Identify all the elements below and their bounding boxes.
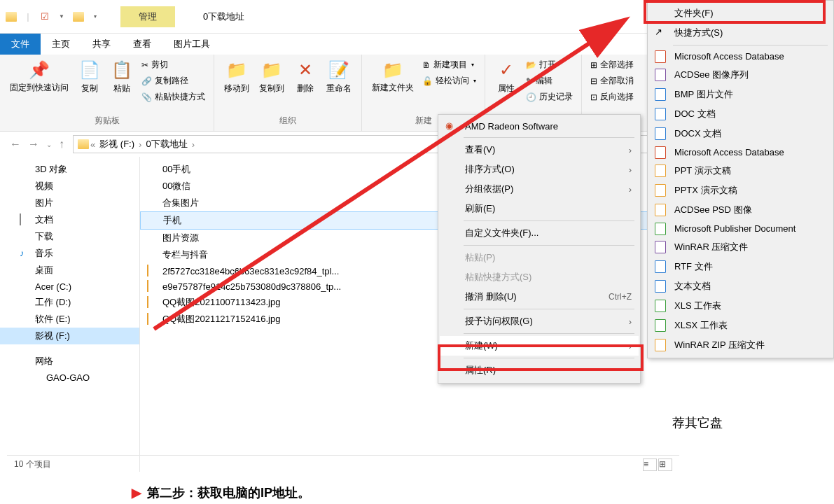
- paste-shortcut-button[interactable]: 📎粘贴快捷方式: [139, 90, 208, 104]
- ctx-grant-access[interactable]: 授予访问权限(G)›: [440, 312, 639, 331]
- sub-item[interactable]: XLSX 工作表: [649, 316, 832, 335]
- ctx-refresh[interactable]: 刷新(E): [440, 199, 639, 218]
- nav-label: 下载: [35, 230, 53, 243]
- contextual-tab-manage[interactable]: 管理: [120, 6, 175, 27]
- qat-dropdown-icon[interactable]: ▼: [55, 10, 69, 24]
- selall-icon: ⊞: [590, 60, 597, 70]
- sub-item[interactable]: 文本文档: [649, 276, 832, 296]
- ctx-sort[interactable]: 排序方式(O)›: [440, 160, 639, 179]
- sub-item[interactable]: RTF 文件: [649, 257, 832, 276]
- newfolder-icon: 📁: [382, 60, 403, 80]
- delete-button[interactable]: ✕删除: [290, 57, 321, 97]
- pin-button[interactable]: 📌 固定到快速访问: [6, 57, 73, 95]
- nav-item[interactable]: 网络: [0, 353, 139, 370]
- filetype-icon: [655, 164, 667, 177]
- sub-item[interactable]: WinRAR ZIP 压缩文件: [649, 335, 832, 355]
- move-to-button[interactable]: 📁移动到: [220, 57, 253, 97]
- properties-button[interactable]: ✓属性: [491, 57, 522, 97]
- sub-item[interactable]: BMP 图片文件: [649, 85, 832, 104]
- folder-icon: [147, 232, 158, 244]
- sub-item[interactable]: Microsoft Access Database: [649, 48, 832, 65]
- edit-button[interactable]: ✎编辑: [523, 74, 576, 88]
- sub-item[interactable]: WinRAR 压缩文件: [649, 237, 832, 257]
- copy-to-button[interactable]: 📁复制到: [255, 57, 289, 97]
- nav-item[interactable]: 图片: [0, 195, 139, 211]
- tab-picture-tools[interactable]: 图片工具: [162, 34, 221, 55]
- tab-home[interactable]: 主页: [41, 34, 81, 55]
- select-all-button[interactable]: ⊞全部选择: [588, 57, 637, 72]
- tab-view[interactable]: 查看: [122, 34, 162, 55]
- nav-item[interactable]: ♪音乐: [0, 245, 139, 262]
- rename-button[interactable]: 📝重命名: [322, 57, 356, 97]
- nav-item[interactable]: 视频: [0, 178, 139, 195]
- nav-label: GAO-GAO: [46, 372, 90, 383]
- filetype-icon: [655, 300, 667, 312]
- paste-button[interactable]: 📋 粘贴: [106, 57, 137, 97]
- open-button[interactable]: 📂打开: [523, 57, 576, 72]
- folder-icon: [78, 139, 89, 149]
- nav-item[interactable]: 桌面: [0, 262, 139, 279]
- icons-view-button[interactable]: ⊞: [658, 458, 672, 471]
- sub-shortcut[interactable]: ↗快捷方式(S): [649, 23, 832, 43]
- open-icon: 📂: [526, 60, 536, 70]
- sub-item[interactable]: PPT 演示文稿: [649, 161, 832, 181]
- nav-item[interactable]: 3D 对象: [0, 161, 139, 178]
- sub-item[interactable]: ACDSee 图像序列: [649, 65, 832, 85]
- edit-icon: ✎: [526, 76, 533, 86]
- ctx-group[interactable]: 分组依据(P)›: [440, 179, 639, 199]
- back-button[interactable]: ←: [10, 138, 21, 150]
- crumb-drive[interactable]: 影视 (F:): [97, 138, 137, 150]
- copyto-icon: 📁: [261, 60, 282, 80]
- ctx-properties[interactable]: 属性(R): [440, 360, 639, 380]
- ctx-customize[interactable]: 自定义文件夹(F)...: [440, 223, 639, 243]
- sub-item[interactable]: DOC 文档: [649, 104, 832, 124]
- easy-access-button[interactable]: 🔓轻松访问▾: [419, 74, 479, 88]
- nav-label: 音乐: [35, 247, 53, 260]
- check-icon[interactable]: ☑: [38, 10, 52, 24]
- new-folder-button[interactable]: 📁新建文件夹: [368, 57, 418, 95]
- copy-path-button[interactable]: 🔗复制路径: [139, 74, 208, 88]
- sub-item-label: ACDSee 图像序列: [674, 69, 749, 81]
- crumb-folder[interactable]: 0下载地址: [143, 138, 190, 150]
- ctx-view[interactable]: 查看(V)›: [440, 140, 639, 160]
- ctx-new[interactable]: 新建(W)›: [440, 336, 639, 356]
- qat-dropdown-icon[interactable]: ▾: [88, 10, 102, 24]
- copy-button[interactable]: 📄 复制: [74, 57, 105, 97]
- sub-item-label: Microsoft Access Database: [674, 147, 784, 158]
- sub-folder[interactable]: 文件夹(F): [649, 4, 832, 23]
- recent-dropdown[interactable]: ⌄: [46, 141, 52, 148]
- sub-item[interactable]: Microsoft Access Database: [649, 144, 832, 161]
- nav-item[interactable]: Acer (C:): [0, 279, 139, 294]
- sub-item[interactable]: ACDSee PSD 图像: [649, 200, 832, 220]
- navigation-pane[interactable]: 3D 对象视频图片文档下载♪音乐桌面Acer (C:)工作 (D:)软件 (E:…: [0, 157, 140, 472]
- nav-item[interactable]: GAO-GAO: [0, 370, 139, 385]
- nav-item[interactable]: 工作 (D:): [0, 294, 139, 311]
- rename-icon: 📝: [328, 60, 349, 80]
- ctx-undo-delete[interactable]: 撤消 删除(U)Ctrl+Z: [440, 287, 639, 307]
- new-item-button[interactable]: 🗎新建项目▾: [419, 57, 479, 72]
- history-button[interactable]: 🕘历史记录: [523, 90, 576, 104]
- chevron-left-icon[interactable]: «: [89, 139, 97, 150]
- details-view-button[interactable]: ≡: [643, 458, 657, 471]
- up-button[interactable]: ↑: [59, 138, 64, 150]
- nav-item[interactable]: 下载: [0, 228, 139, 245]
- cut-button[interactable]: ✂剪切: [139, 57, 208, 72]
- sub-item[interactable]: Microsoft Publisher Document: [649, 220, 832, 237]
- invert-selection-button[interactable]: ⊡反向选择: [588, 90, 637, 104]
- nav-label: 3D 对象: [35, 163, 67, 176]
- forward-button[interactable]: →: [28, 138, 39, 150]
- sub-item[interactable]: DOCX 文档: [649, 124, 832, 144]
- path-icon: 🔗: [141, 76, 152, 86]
- nav-item[interactable]: 影视 (F:): [0, 328, 139, 344]
- sub-item[interactable]: PPTX 演示文稿: [649, 181, 832, 200]
- deselect-all-button[interactable]: ⊟全部取消: [588, 74, 637, 88]
- sub-item-label: Microsoft Access Database: [674, 51, 784, 62]
- tab-file[interactable]: 文件: [0, 34, 41, 55]
- sub-item-label: PPT 演示文稿: [674, 164, 731, 177]
- tab-share[interactable]: 共享: [81, 34, 122, 55]
- ctx-amd[interactable]: ◉AMD Radeon Software: [440, 118, 639, 135]
- drive-icon: [20, 197, 31, 209]
- nav-item[interactable]: 软件 (E:): [0, 311, 139, 328]
- nav-item[interactable]: 文档: [0, 211, 139, 228]
- sub-item[interactable]: XLS 工作表: [649, 296, 832, 316]
